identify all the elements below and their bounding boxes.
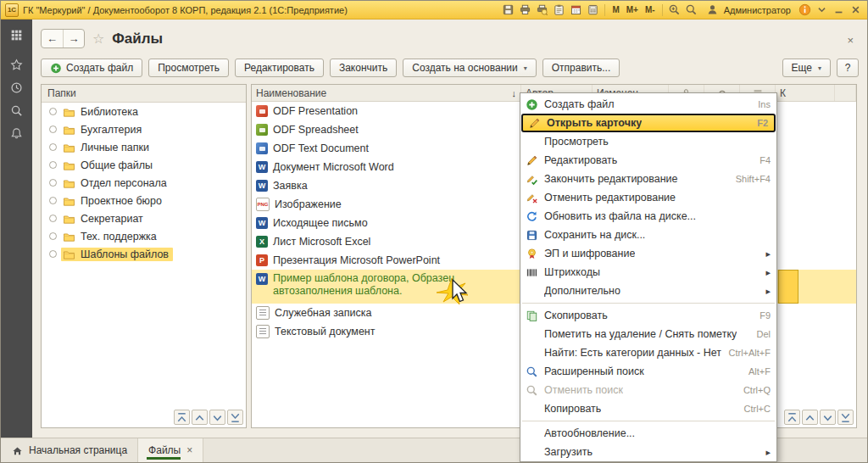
folder-item-4[interactable]: Отдел персонала — [42, 174, 246, 192]
file-name: Документ Microsoft Word — [273, 161, 394, 174]
menu-item-0[interactable]: Создать файлIns — [520, 95, 776, 114]
memory-button-0[interactable]: M — [609, 5, 621, 14]
menu-icon-empty — [525, 346, 539, 360]
tree-expand-icon[interactable] — [49, 179, 57, 187]
calculator-icon[interactable] — [585, 3, 600, 18]
menu-item-1[interactable]: Открыть карточкуF2 — [521, 114, 776, 132]
save-disk-icon — [525, 228, 539, 242]
tree-expand-icon[interactable] — [49, 143, 57, 151]
file-type-odp-icon — [256, 105, 268, 117]
edit-button[interactable]: Редактировать — [235, 59, 324, 77]
menu-item-14[interactable]: Найти: Есть категории данных - НетCtrl+A… — [520, 343, 776, 362]
folder-item-6[interactable]: Секретариат — [42, 209, 246, 227]
sidebar-bell-button[interactable] — [1, 122, 32, 145]
nav-down-button[interactable] — [820, 410, 836, 425]
clipboard-icon[interactable] — [551, 3, 566, 18]
column-header-6[interactable]: К — [776, 85, 835, 101]
menu-item-6[interactable]: Обновить из файла на диске... — [520, 207, 776, 226]
menu-item-15[interactable]: Расширенный поискAlt+F — [520, 362, 776, 381]
tree-expand-icon[interactable] — [49, 232, 57, 240]
send-button[interactable]: Отправить... — [542, 59, 620, 77]
folder-item-body: Шаблоны файлов — [61, 248, 173, 261]
sidebar-star-button[interactable] — [1, 53, 32, 76]
search-doc-icon[interactable] — [684, 3, 699, 18]
forward-button[interactable]: → — [63, 30, 84, 47]
column-header-0[interactable]: Наименование↓ — [252, 85, 521, 101]
calendar-icon[interactable] — [568, 3, 583, 18]
menu-item-label: Пометить на удаление / Снять пометку — [544, 328, 737, 340]
menu-item-19[interactable]: Автообновление... — [520, 424, 776, 443]
nav-up-button[interactable] — [192, 410, 208, 425]
tab-close-icon[interactable]: × — [186, 444, 192, 456]
menu-item-8[interactable]: ЭП и шифрование▸ — [520, 244, 776, 263]
info-icon[interactable] — [797, 3, 812, 18]
tree-expand-icon[interactable] — [49, 250, 57, 258]
zoom-in-icon[interactable] — [667, 3, 682, 18]
tab-1[interactable]: Файлы× — [138, 438, 203, 462]
more-button[interactable]: Еще ▾ — [782, 59, 831, 77]
folder-item-8[interactable]: Шаблоны файлов — [42, 245, 246, 263]
close-page-button[interactable]: × — [845, 33, 855, 47]
menu-item-17[interactable]: КопироватьCtrl+C — [520, 399, 776, 418]
back-button[interactable]: ← — [42, 30, 63, 47]
current-user-label: Администратор — [724, 5, 791, 15]
more-button-label: Еще — [792, 62, 812, 74]
submenu-arrow-icon: ▸ — [765, 267, 771, 278]
tree-expand-icon[interactable] — [49, 197, 57, 204]
sidebar-history-button[interactable] — [1, 76, 32, 99]
menu-item-3[interactable]: РедактироватьF4 — [520, 151, 776, 170]
current-user[interactable]: Администратор — [705, 3, 791, 18]
nav-top-button[interactable] — [784, 410, 800, 425]
tree-expand-icon[interactable] — [49, 215, 57, 222]
menu-item-5[interactable]: Отменить редактирование — [520, 188, 776, 207]
folders-panel-header[interactable]: Папки — [42, 85, 246, 103]
tab-0[interactable]: Начальная страница — [1, 438, 138, 462]
column-label: К — [780, 87, 786, 99]
menu-item-10[interactable]: Дополнительно▸ — [520, 282, 776, 300]
current-cell-highlight — [778, 270, 798, 304]
folder-item-3[interactable]: Общие файлы — [42, 156, 246, 174]
folder-item-7[interactable]: Тех. поддержка — [42, 227, 246, 245]
nav-bottom-button[interactable] — [837, 410, 854, 425]
sidebar-apps-grid-button[interactable] — [1, 24, 32, 47]
tree-expand-icon[interactable] — [49, 108, 57, 115]
view-button[interactable]: Просмотреть — [148, 59, 229, 77]
nav-bottom-button[interactable] — [227, 410, 243, 425]
create-file-button[interactable]: Создать файл — [41, 59, 142, 77]
help-button[interactable]: ? — [837, 59, 859, 77]
create-based-on-button[interactable]: Создать на основании▾ — [403, 59, 537, 77]
file-name: Лист Microsoft Excel — [273, 236, 370, 248]
sidebar-search-button[interactable] — [1, 99, 32, 122]
column-header-filler — [835, 85, 856, 101]
nav-top-button[interactable] — [174, 410, 190, 425]
menu-item-9[interactable]: Штрихкоды▸ — [520, 263, 776, 282]
folder-icon — [63, 213, 76, 225]
favorite-star-icon[interactable]: ☆ — [92, 32, 104, 46]
tree-expand-icon[interactable] — [49, 126, 57, 133]
menu-item-12[interactable]: СкопироватьF9 — [520, 306, 776, 325]
nav-down-button[interactable] — [209, 410, 225, 425]
memory-button-2[interactable]: M- — [643, 5, 658, 14]
menu-item-13[interactable]: Пометить на удаление / Снять пометкуDel — [520, 325, 776, 343]
folder-item-1[interactable]: Бухгалтерия — [42, 120, 246, 138]
folder-item-0[interactable]: Библиотека — [42, 103, 246, 120]
minimize-icon[interactable] — [831, 3, 846, 18]
folder-item-5[interactable]: Проектное бюро — [42, 192, 246, 209]
menu-item-2[interactable]: Просмотреть — [520, 132, 776, 151]
save-icon[interactable] — [500, 3, 515, 18]
menu-separator — [522, 421, 775, 421]
chevron-down-icon[interactable] — [814, 3, 829, 18]
print-preview-icon[interactable] — [534, 3, 549, 18]
memory-button-1[interactable]: M+ — [624, 5, 641, 14]
menu-item-4[interactable]: Закончить редактированиеShift+F4 — [520, 170, 776, 188]
tree-expand-icon[interactable] — [49, 161, 57, 169]
menu-shortcut: Alt+F — [748, 366, 771, 377]
menu-item-7[interactable]: Сохранить на диск... — [520, 226, 776, 244]
finish-button[interactable]: Закончить — [330, 59, 397, 77]
print-icon[interactable] — [517, 3, 532, 18]
close-icon[interactable] — [848, 3, 863, 18]
menu-item-label: Найти: Есть категории данных - Нет — [544, 347, 721, 359]
menu-item-20[interactable]: Загрузить▸ — [520, 443, 776, 461]
nav-up-button[interactable] — [802, 410, 818, 425]
folder-item-2[interactable]: Личные папки — [42, 138, 246, 156]
